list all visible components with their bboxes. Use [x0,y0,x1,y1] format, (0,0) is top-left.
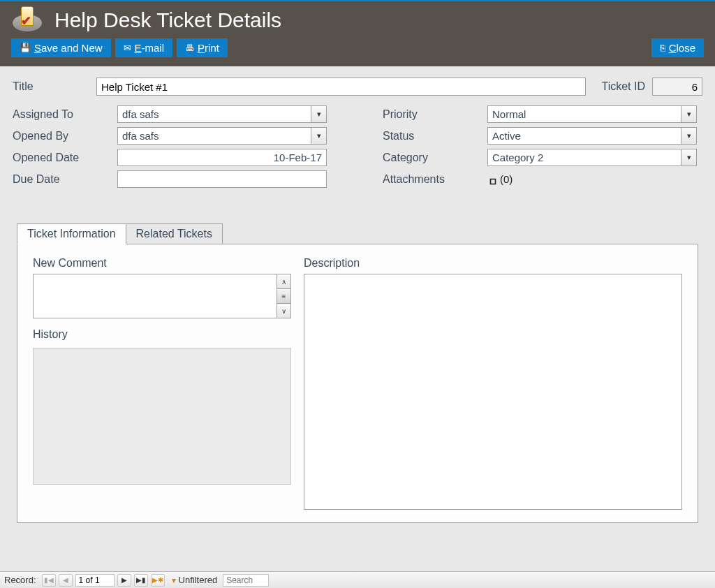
history-label: History [33,328,291,341]
close-icon: ⎘ [660,43,665,53]
due-date-label: Due Date [13,173,117,186]
assigned-to-label: Assigned To [13,108,117,121]
window-header: ✔ Help Desk Ticket Details [0,1,715,38]
new-comment-input[interactable] [34,274,277,318]
ticket-id-input [652,78,702,96]
history-box [33,348,291,485]
record-position-input[interactable] [75,574,115,587]
tab-row: Ticket Information Related Tickets [17,223,698,244]
tab-related-tickets[interactable]: Related Tickets [126,223,223,244]
ticket-id-label: Ticket ID [601,80,645,93]
attachments-count: (0) [500,173,513,185]
search-input[interactable] [223,574,269,587]
new-comment-label: New Comment [33,257,291,270]
record-navigator: Record: ▮◀ ◀ ▶ ▶▮ ▶✱ ▾ Unfiltered [0,571,715,588]
last-record-button[interactable]: ▶▮ [134,574,148,587]
category-value: Category 2 [488,152,681,163]
prev-record-button[interactable]: ◀ [59,574,73,587]
description-box[interactable] [304,274,682,510]
print-label: rint [205,42,219,54]
new-comment-box: ∧ ≡ ∨ [33,274,291,318]
save-label: ave and New [41,42,103,54]
status-label: Status [383,130,487,142]
status-combo[interactable]: Active ▾ [487,127,697,145]
attachments-label: Attachments [383,173,487,186]
close-button[interactable]: ⎘ Close [651,38,704,57]
priority-label: Priority [383,108,487,121]
opened-by-combo[interactable]: dfa safs ▾ [117,127,327,145]
email-label: -mail [142,42,165,54]
due-date-input[interactable] [117,170,327,188]
toolbar: 💾 Save and New ✉ E-mail 🖶 Print ⎘ Close [0,38,715,66]
save-icon: 💾 [20,43,31,53]
opened-by-value: dfa safs [118,130,311,142]
clipboard-icon: ✔ [13,8,42,33]
opened-date-label: Opened Date [13,152,117,164]
email-icon: ✉ [124,43,131,53]
title-input[interactable] [96,78,586,96]
filter-toggle[interactable]: ▾ Unfiltered [172,575,218,585]
record-label: Record: [4,575,36,585]
scroll-grip-icon[interactable]: ≡ [277,289,290,304]
chevron-down-icon[interactable]: ▾ [311,106,326,122]
priority-combo[interactable]: Normal ▾ [487,105,697,123]
opened-date-value: 10-Feb-17 [274,152,322,163]
assigned-to-combo[interactable]: dfa safs ▾ [117,105,327,123]
print-icon: 🖶 [185,43,194,53]
next-record-button[interactable]: ▶ [117,574,131,587]
email-button[interactable]: ✉ E-mail [115,38,173,57]
category-label: Category [383,152,487,164]
close-label: lose [676,42,695,54]
page-title: Help Desk Ticket Details [54,8,281,32]
save-and-new-button[interactable]: 💾 Save and New [11,38,111,57]
chevron-down-icon[interactable]: ▾ [681,106,696,122]
title-label: Title [13,80,89,93]
opened-by-label: Opened By [13,130,117,142]
description-label: Description [304,257,682,270]
category-combo[interactable]: Category 2 ▾ [487,149,697,166]
assigned-to-value: dfa safs [118,108,311,120]
save-underline: S [34,42,41,54]
tab-ticket-information[interactable]: Ticket Information [17,223,126,244]
form-area: Title Ticket ID Assigned To dfa safs ▾ P… [0,66,715,523]
attachments-field[interactable]: 𝤃 (0) [487,173,697,186]
paperclip-icon: 𝤃 [487,173,499,186]
chevron-down-icon[interactable]: ▾ [681,149,696,166]
scroll-down-icon[interactable]: ∨ [277,304,290,318]
first-record-button[interactable]: ▮◀ [42,574,56,587]
print-button[interactable]: 🖶 Print [177,38,228,57]
status-value: Active [488,130,681,142]
priority-value: Normal [488,108,681,120]
chevron-down-icon[interactable]: ▾ [681,128,696,144]
filter-icon: ▾ [172,575,176,585]
tab-panel: New Comment ∧ ≡ ∨ History Description [17,244,698,523]
opened-date-input[interactable]: 10-Feb-17 [117,149,327,166]
new-record-button[interactable]: ▶✱ [151,574,165,587]
filter-label: Unfiltered [179,575,218,585]
chevron-down-icon[interactable]: ▾ [311,128,326,144]
scroll-up-icon[interactable]: ∧ [277,274,290,289]
